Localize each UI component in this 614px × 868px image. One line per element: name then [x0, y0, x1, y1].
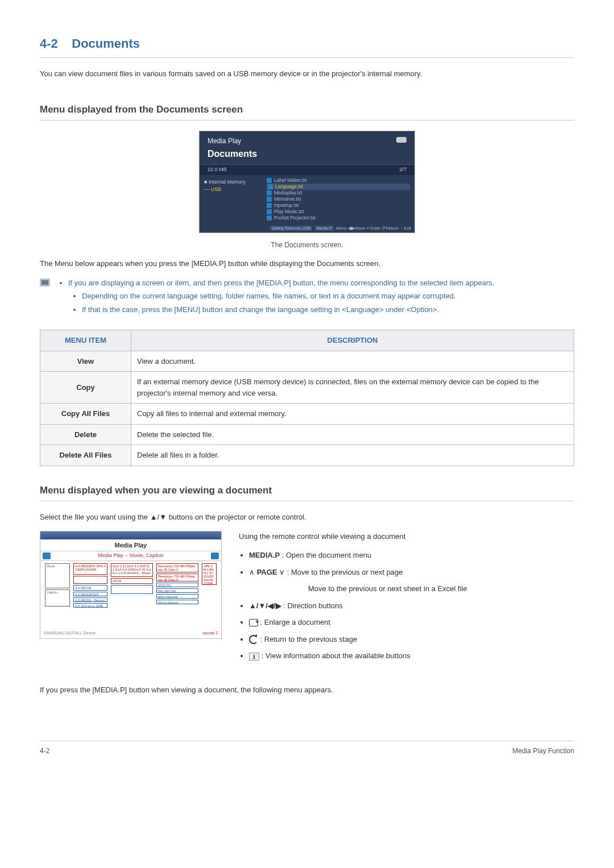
- table-row: Copy If an external memory device (USB m…: [40, 372, 574, 404]
- enlarge-desc: : Enlarge a document: [258, 618, 330, 626]
- mediap-label: MEDIA.P: [249, 551, 280, 559]
- list-item: Play Music.txt: [267, 209, 410, 215]
- s2-cell: ATSC/TV: [156, 583, 198, 587]
- page-down-icon: ∨: [279, 568, 285, 576]
- row4-item: Delete All Files: [40, 445, 131, 466]
- s2-cell: Movie: [45, 563, 70, 588]
- footer-right: Media Play Function: [512, 746, 574, 756]
- row3-desc: Delete the selected file.: [131, 424, 574, 445]
- file-icon: [267, 215, 272, 221]
- list-item: Mediaplay.txt: [267, 190, 410, 196]
- s2-mediaplay: Media Play: [40, 539, 221, 551]
- remote-control-guide: Using the remote control while viewing a…: [239, 531, 467, 667]
- s2-cell: APE XM A BANC DCDOLBY ALLAACOMPR DTS4 80…: [202, 563, 217, 585]
- s1-internal: ■ Internal Memory: [204, 178, 258, 186]
- info-icon: ℹ: [249, 653, 259, 661]
- section-title-text: Documents: [72, 36, 140, 51]
- info-desc: : View information about the available b…: [259, 651, 410, 660]
- s2-cell: 20min-Second: [156, 600, 198, 604]
- rc-return: : Return to the previous stage: [249, 634, 467, 645]
- s2-cell: Resolution 720·480 FRate/sec 30 Cbps 4: [156, 574, 198, 582]
- s1-footer-rest: Menu ◀▶Move ↵Enter ↺Return →Exit: [336, 226, 411, 231]
- row3-item: Delete: [40, 424, 131, 445]
- s2-subtitle: Media Play -- Movie, Caption: [98, 552, 164, 560]
- s1-footer-left: Safely Remove USB: [270, 226, 312, 231]
- file-icon: [267, 190, 272, 196]
- file-icon: [267, 178, 272, 183]
- table-row: Delete Delete the selected file.: [40, 424, 574, 445]
- sub1-title: Menu displayed from the Documents screen: [40, 102, 574, 121]
- list-item: mpsetup.txt: [267, 202, 410, 209]
- rc-info: ℹ : View information about the available…: [249, 650, 467, 662]
- s2-cell: [73, 576, 107, 584]
- usb-icon: [396, 137, 406, 143]
- s2-footer-right: seorak 3: [202, 630, 218, 637]
- s1-filelist: Label Maker.txt Language.txt Mediaplay.t…: [262, 175, 414, 223]
- section-header: 4-2 Documents: [40, 34, 574, 58]
- s2-cell: [111, 585, 153, 594]
- enlarge-icon: [249, 619, 258, 626]
- rc-page: ∧ PAGE ∨ : Move to the previous or next …: [249, 567, 467, 595]
- s1-footer-menu: Media.P: [315, 226, 334, 231]
- screenshot1-caption: The Documents screen.: [40, 240, 574, 250]
- return-desc: : Return to the previous stage: [258, 635, 357, 643]
- s2-cell: PAL/SECAM: [156, 588, 198, 593]
- table-row: Delete All Files Delete all files in a f…: [40, 445, 574, 466]
- list-item: Menutree.txt: [267, 196, 410, 202]
- s2-footer-left: SAMSUNG DIGITALL Device: [44, 630, 96, 637]
- s2-cell: Caption: [45, 589, 70, 607]
- screenshot1-wrap: Media Play Documents 22.0 MB 2/7 ■ Inter…: [40, 131, 574, 233]
- table-row: View View a document.: [40, 351, 574, 372]
- menu-table: MENU ITEM DESCRIPTION View View a docume…: [40, 330, 574, 466]
- page-colon: :: [287, 568, 291, 576]
- file-icon: [267, 203, 272, 208]
- s2-cell: A:4 ABCDEFG MP4 AV1MP3 AVI/MS: [73, 563, 107, 575]
- file-icon: [268, 184, 273, 189]
- dir-label: ▲/▼/◀/▶: [249, 601, 281, 610]
- note-sub1: Depending on the current language settin…: [82, 290, 494, 302]
- right-arrow-icon: [211, 553, 219, 559]
- row0-item: View: [40, 351, 131, 372]
- file-icon: [267, 197, 272, 202]
- note-icon: [40, 279, 50, 286]
- s2-topbar: [40, 531, 221, 539]
- table-row: Copy All Files Copy all files to interna…: [40, 404, 574, 425]
- footer-left: 4-2: [40, 746, 49, 756]
- return-icon: [249, 635, 258, 644]
- rc-heading: Using the remote control while viewing a…: [239, 531, 467, 542]
- s1-size: 22.0 MB: [208, 166, 227, 174]
- sub2-outro: If you press the [MEDIA.P] button when v…: [40, 684, 574, 696]
- s2-cell: Resolution 720·480 FRate/sec 30 Cbps 4: [156, 563, 198, 572]
- intro-text: You can view document files in various f…: [40, 68, 574, 80]
- documents-screenshot: Media Play Documents 22.0 MB 2/7 ■ Inter…: [199, 131, 415, 233]
- s2-cell: A:4 16:9 wp to 2048: [73, 603, 107, 608]
- sub2-intro: Select the file you want using the ▲/▼ b…: [40, 512, 574, 523]
- s1-usb: — USB: [204, 186, 258, 194]
- s1-mediaplay: Media Play: [208, 137, 241, 145]
- s1-documents: Documents: [200, 147, 414, 165]
- row0-desc: View a document.: [131, 351, 574, 372]
- page-footer: 4-2 Media Play Function: [40, 741, 574, 756]
- list-item: Language.txt: [267, 184, 410, 190]
- row1-item: Copy: [40, 372, 131, 404]
- row2-item: Copy All Files: [40, 404, 131, 425]
- rc-enlarge: : Enlarge a document: [249, 617, 467, 628]
- mediap-desc: : Open the document menu: [280, 551, 371, 559]
- note-sub2: If that is the case, press the [MENU] bu…: [82, 304, 494, 315]
- s2-cell: 600m-Second: [156, 594, 198, 599]
- note-block: If you are displaying a screen or item, …: [40, 277, 574, 319]
- list-item: Label Maker.txt: [267, 177, 410, 184]
- page-label: PAGE: [257, 568, 277, 576]
- th-desc: DESCRIPTION: [131, 330, 574, 351]
- section-number: 4-2: [40, 36, 58, 51]
- note-main: If you are displaying a screen or item, …: [68, 277, 494, 315]
- rc-direction: ▲/▼/◀/▶ : Direction buttons: [249, 600, 467, 612]
- s2-cell: DivX 3.11 DivX 4.1 DivX 5.1 DivX 6.0 DX5…: [111, 563, 153, 577]
- s1-bar: 22.0 MB 2/7: [200, 165, 414, 175]
- s2-cell: LPCM: [111, 578, 153, 584]
- menu-intro: The Menu below appears when you press th…: [40, 258, 574, 269]
- viewer-screenshot: Media Play Media Play -- Movie, Caption …: [40, 531, 222, 639]
- s2-cell: A:1-ABCDE: [73, 585, 107, 591]
- row4-desc: Delete all files in a folder.: [131, 445, 574, 466]
- th-item: MENU ITEM: [40, 330, 131, 351]
